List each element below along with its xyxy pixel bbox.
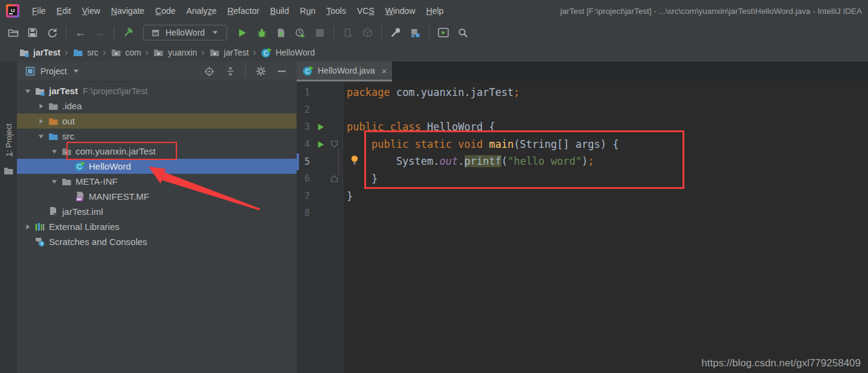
menu-navigate[interactable]: Navigate xyxy=(106,6,150,16)
fold-down-icon[interactable] xyxy=(329,141,339,148)
chevron-right-icon[interactable] xyxy=(35,103,47,109)
annotation-box-package xyxy=(66,142,177,160)
wrench-icon[interactable] xyxy=(387,25,405,40)
project-tool-window: Project jarTest F:\project\jarTest .idea… xyxy=(17,62,297,373)
chevron-down-icon[interactable] xyxy=(48,179,60,185)
class-icon: C xyxy=(302,65,314,76)
menu-help[interactable]: Help xyxy=(421,6,449,16)
menu-edit[interactable]: Edit xyxy=(51,6,77,16)
file-mf-icon: MF xyxy=(74,191,86,202)
tree-item-label: MANIFEST.MF xyxy=(89,191,149,202)
breadcrumb-yuanxin[interactable]: yuanxin xyxy=(153,47,197,58)
run-gutter-icon[interactable] xyxy=(313,123,328,131)
run-gutter-icon[interactable] xyxy=(313,141,328,148)
tab-label: HelloWord.java xyxy=(318,66,375,75)
intention-bulb-icon[interactable] xyxy=(349,155,361,165)
class-run-icon: C xyxy=(260,47,272,58)
breadcrumb-jartest[interactable]: jarTest xyxy=(18,47,60,58)
tab-helloword-java[interactable]: C HelloWord.java × xyxy=(297,62,392,81)
hammer-icon[interactable] xyxy=(119,25,137,40)
minus-icon[interactable] xyxy=(276,66,288,77)
menu-analyze[interactable]: Analyze xyxy=(181,6,222,16)
profile-icon[interactable] xyxy=(291,25,309,40)
breadcrumb-com[interactable]: com xyxy=(110,47,141,58)
project-icon xyxy=(18,47,30,58)
code-line-2[interactable] xyxy=(347,101,868,119)
chevron-down-icon[interactable] xyxy=(35,133,47,139)
menu-build[interactable]: Build xyxy=(265,6,294,16)
tree-item-jartest[interactable]: jarTest F:\project\jarTest xyxy=(17,83,297,98)
tree-item-meta-inf[interactable]: META-INF xyxy=(17,174,297,189)
package-icon xyxy=(209,47,221,58)
external-libs-icon xyxy=(34,222,46,232)
close-icon[interactable]: × xyxy=(382,66,387,76)
collapse-icon[interactable] xyxy=(224,66,236,77)
breadcrumb-separator: › xyxy=(103,47,106,58)
gear-icon[interactable] xyxy=(255,66,267,77)
line-number: 4 xyxy=(297,139,310,150)
editor-gutter: 1 2 3 4 5 6 7 8 xyxy=(297,81,343,373)
menu-vcs[interactable]: VCS xyxy=(352,6,380,16)
run-icon[interactable] xyxy=(233,25,251,40)
header-separator xyxy=(245,65,246,77)
tree-item-manifest-mf[interactable]: MF MANIFEST.MF xyxy=(17,189,297,204)
search-icon[interactable] xyxy=(454,25,472,40)
open-icon[interactable] xyxy=(4,25,22,40)
back-icon[interactable]: ← xyxy=(71,25,89,40)
code-line-7[interactable]: } xyxy=(347,188,868,205)
breadcrumb-separator: › xyxy=(201,47,204,58)
code-line-8[interactable] xyxy=(347,205,868,222)
chevron-down-icon[interactable] xyxy=(70,66,82,77)
line-number: 6 xyxy=(297,173,310,184)
chevron-right-icon[interactable] xyxy=(22,224,34,230)
menu-window[interactable]: Window xyxy=(380,6,421,16)
tree-item-helloword[interactable]: C HelloWord xyxy=(17,159,297,174)
toolbar-separator xyxy=(381,26,382,39)
breadcrumb-helloword[interactable]: CHelloWord xyxy=(260,47,315,58)
menu-tools[interactable]: Tools xyxy=(321,6,352,16)
project-panel-header: Project xyxy=(17,62,297,81)
editor-tab-bar: C HelloWord.java × xyxy=(297,62,868,81)
menu-view[interactable]: View xyxy=(77,6,106,16)
intellij-logo-icon: IJ xyxy=(6,4,19,18)
menu-refactor[interactable]: Refactor xyxy=(222,6,265,16)
scratches-icon xyxy=(34,237,46,247)
line-number: 3 xyxy=(297,121,310,132)
tree-item-out[interactable]: out xyxy=(17,113,297,129)
tree-item-label: jarTest xyxy=(49,86,78,96)
project-icon xyxy=(34,86,46,97)
fold-up-icon[interactable] xyxy=(329,175,339,182)
toolbar-separator xyxy=(66,26,66,39)
terminal-icon[interactable] xyxy=(434,25,452,40)
chevron-down-icon[interactable] xyxy=(48,148,60,155)
gutter-line-5: 5 xyxy=(297,153,342,170)
svg-text:C: C xyxy=(77,163,82,170)
tree-item-external-libraries[interactable]: External Libraries xyxy=(17,219,297,234)
tree-item-path: F:\project\jarTest xyxy=(83,86,147,96)
file-iml-icon xyxy=(47,206,59,217)
toolbar-separator xyxy=(333,26,334,39)
run-config-selector[interactable]: HelloWord xyxy=(143,25,227,40)
tree-item-idea[interactable]: .idea xyxy=(17,98,297,113)
target-icon[interactable] xyxy=(203,66,215,77)
tree-item-scratches-and-consoles[interactable]: Scratches and Consoles xyxy=(17,234,297,249)
tree-item-label: .idea xyxy=(62,101,82,111)
menu-code[interactable]: Code xyxy=(150,6,181,16)
save-icon[interactable] xyxy=(24,25,42,40)
menu-run[interactable]: Run xyxy=(295,6,321,16)
code-line-1[interactable]: package com.yuanxin.jarTest; xyxy=(347,84,868,101)
breadcrumb-src[interactable]: src xyxy=(72,47,98,58)
chevron-right-icon[interactable] xyxy=(35,118,47,124)
appbox-icon xyxy=(149,27,161,38)
line-number: 8 xyxy=(297,208,310,218)
structure-icon[interactable] xyxy=(406,25,424,40)
menu-file[interactable]: File xyxy=(27,6,51,16)
breadcrumb-jartest[interactable]: jarTest xyxy=(209,47,249,58)
chevron-down-icon[interactable] xyxy=(22,88,34,94)
sync-icon[interactable] xyxy=(43,25,61,40)
stripe-project-button[interactable]: 1: Project xyxy=(4,124,13,157)
tree-item-jartest-iml[interactable]: jarTest.iml xyxy=(17,204,297,219)
coverage-icon[interactable] xyxy=(272,25,290,40)
debug-icon[interactable] xyxy=(252,25,271,40)
code-area[interactable]: package com.yuanxin.jarTest;public class… xyxy=(343,81,868,373)
